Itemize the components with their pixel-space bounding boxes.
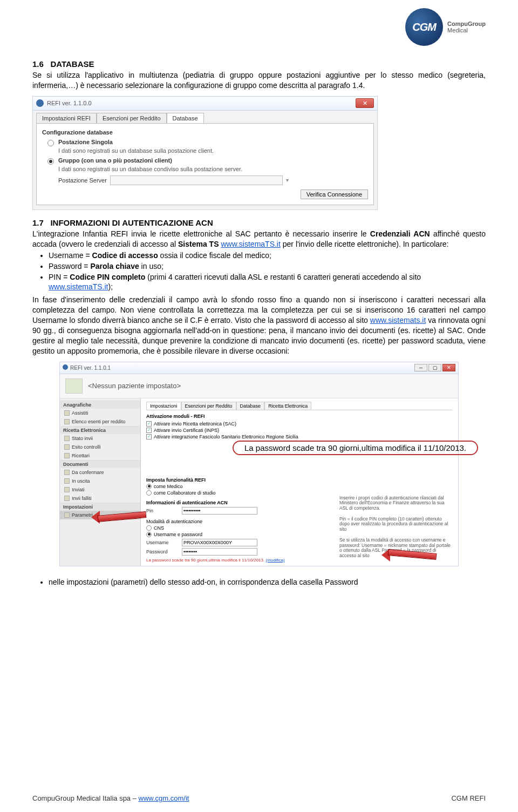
footer-left: CompuGroup Medical Italia spa – www.cgm.… <box>32 794 189 802</box>
section-1-6-body: Se si utilizza l'applicativo in multiute… <box>32 70 486 91</box>
side-esito-controlli[interactable]: Esito controlli <box>60 443 140 451</box>
section-1-6-heading: 1.6 DATABASE <box>32 59 486 69</box>
side-in-uscita[interactable]: In uscita <box>60 477 140 485</box>
side-elenco-esenti[interactable]: Elenco esenti per reddito <box>60 417 140 426</box>
gear-icon <box>64 512 70 518</box>
dialog1-title: REFI ver. 1.1.0.0 <box>47 100 92 106</box>
side-assistiti[interactable]: Assistiti <box>60 409 140 417</box>
chk-fse[interactable] <box>146 434 152 439</box>
side-da-confermare[interactable]: Da confermare <box>60 468 140 477</box>
app-icon <box>36 99 44 107</box>
dropdown-icon[interactable]: ▾ <box>286 177 289 183</box>
doc-icon <box>64 496 70 501</box>
doc-icon <box>64 478 70 484</box>
section-1-7-body: In fase d'inserimento delle credenziali … <box>32 295 486 356</box>
logo: CGM CompuGroup Medical <box>405 8 486 46</box>
app-icon <box>63 364 68 370</box>
radio-come-medico[interactable] <box>146 484 152 489</box>
credentials-list: Username = Codice di accesso ossia il co… <box>49 251 486 292</box>
tab-database[interactable]: Database <box>167 113 204 123</box>
bullet-password: Password = Parola chiave in uso; <box>49 261 486 271</box>
final-bullet: nelle impostazioni (parametri) dello ste… <box>49 577 486 587</box>
bullet-pin: PIN = Codice PIN completo (primi 4 carat… <box>49 272 486 292</box>
doc-icon <box>64 444 70 450</box>
server-label: Postazione Server <box>58 177 107 184</box>
patient-bar: <Nessun paziente impostato> <box>60 374 458 398</box>
side-ricettari[interactable]: Ricettari <box>60 451 140 460</box>
footer-link[interactable]: www.cgm.com/it <box>139 794 189 802</box>
section-1-7-heading: 1.7 INFORMAZIONI DI AUTENTICAZIONE ACN <box>32 218 486 227</box>
main-panel: Impostazioni Esenzioni per Reddito Datab… <box>141 398 458 566</box>
opt2-desc: I dati sono registrati su un database co… <box>58 166 368 172</box>
close-button[interactable]: ✕ <box>442 364 455 371</box>
imposta-label: Imposta funzionalità REFI <box>146 477 453 483</box>
doc-icon <box>64 487 70 492</box>
opt1-desc: I dati sono registrati su un database su… <box>58 147 368 154</box>
mtab-database[interactable]: Database <box>236 402 265 410</box>
radio-userpwd[interactable] <box>146 532 152 537</box>
list-icon <box>64 419 70 424</box>
logo-badge: CGM <box>405 8 443 46</box>
dialog2-titlebar: REFI ver. 1.1.0.1 ─ ▢ ✕ <box>60 362 458 374</box>
side-sec-anagrafiche: Anagrafiche <box>60 401 140 409</box>
section-1-7-intro: L'integrazione Infantia REFI invia le ri… <box>32 229 486 249</box>
radio-cns[interactable] <box>146 525 152 531</box>
side-inviati[interactable]: Inviati <box>60 485 140 494</box>
side-sec-ricetta: Ricetta Elettronica <box>60 426 140 434</box>
patient-label: <Nessun paziente impostato> <box>88 382 181 390</box>
bullet-username: Username = Codice di accesso ossia il co… <box>49 251 486 260</box>
logo-abbr: CGM <box>412 21 436 33</box>
password-label: Password <box>146 549 179 554</box>
footer-right: CGM REFI <box>451 794 486 802</box>
username-label: Username <box>146 540 179 545</box>
final-bullet-list: nelle impostazioni (parametri) dello ste… <box>49 577 486 587</box>
link-sistemats-1[interactable]: www.sistemaTS.it <box>221 240 280 248</box>
dialog1-content: Configurazione database Postazione Singo… <box>36 123 374 205</box>
red-arrow-icon <box>388 551 437 558</box>
dialog1-titlebar: REFI ver. 1.1.0.0 ✕ <box>33 97 377 111</box>
doc-icon <box>64 470 70 475</box>
close-button[interactable]: ✕ <box>356 98 374 108</box>
side-sec-documenti: Documenti <box>60 460 140 468</box>
fieldset-config-db: Configurazione database <box>42 129 368 136</box>
password-expiry-callout: La password scade tra 90 giorni,ultima m… <box>233 441 478 455</box>
radio-come-collab[interactable] <box>146 490 152 496</box>
footer: CompuGroup Medical Italia spa – www.cgm.… <box>32 794 486 802</box>
side-stato-invii[interactable]: Stato invii <box>60 434 140 443</box>
list-icon <box>64 410 70 416</box>
dialog-config-database: REFI ver. 1.1.0.0 ✕ Impostazioni REFI Es… <box>32 96 378 210</box>
tab-impostazioni-refi[interactable]: Impostazioni REFI <box>36 113 97 123</box>
minimize-button[interactable]: ─ <box>414 364 427 371</box>
verify-connection-button[interactable]: Verifica Connessione <box>301 190 368 199</box>
mtab-impostazioni[interactable]: Impostazioni <box>146 402 181 410</box>
radio-gruppo[interactable] <box>47 158 54 165</box>
pin-field[interactable] <box>182 507 257 515</box>
panel-title: Attivazione moduli - REFI <box>146 414 453 419</box>
mtab-esenzioni[interactable]: Esenzioni per Reddito <box>181 402 236 410</box>
avatar-icon <box>65 378 83 394</box>
dialog-refi-parametri: REFI ver. 1.1.0.1 ─ ▢ ✕ <Nessun paziente… <box>59 362 459 566</box>
side-invii-falliti[interactable]: Invii falliti <box>60 494 140 503</box>
radio-postazione-singola[interactable] <box>47 140 54 146</box>
modifica-link[interactable]: (modifica) <box>265 558 284 563</box>
pin-label: Pin <box>146 508 179 513</box>
side-sec-impostazioni: Impostazioni <box>60 503 140 511</box>
logo-text: CompuGroup Medical <box>447 21 486 33</box>
chk-inps[interactable] <box>146 428 152 433</box>
red-arrow-icon <box>98 513 146 520</box>
link-sistemats-3[interactable]: www.sistemats.it <box>370 316 426 324</box>
tab-esenzioni[interactable]: Esenzioni per Reddito <box>97 113 167 123</box>
server-field[interactable] <box>110 175 283 185</box>
username-field[interactable] <box>182 539 257 546</box>
doc-icon <box>64 436 70 441</box>
link-sistemats-2[interactable]: www.sistemaTS.it <box>49 282 108 291</box>
password-field[interactable] <box>182 548 257 556</box>
mtab-ricetta[interactable]: Ricetta Elettronica <box>264 402 311 410</box>
chk-sac[interactable] <box>146 421 152 427</box>
doc-icon <box>64 453 70 458</box>
sidebar: Anagrafiche Assistiti Elenco esenti per … <box>60 398 141 566</box>
maximize-button[interactable]: ▢ <box>428 364 441 371</box>
info-block: Inserire i propri codici di autenticazio… <box>339 496 453 559</box>
